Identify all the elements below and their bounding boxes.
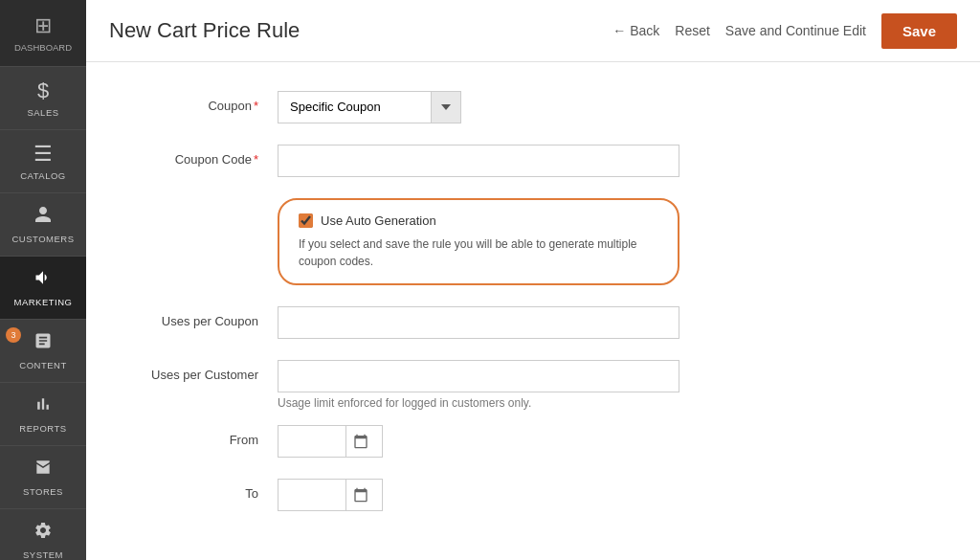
auto-generation-field: Use Auto Generation If you select and sa… (278, 198, 942, 285)
from-calendar-icon[interactable] (345, 426, 375, 457)
sidebar-label-stores: STORES (23, 486, 63, 497)
sidebar-label-catalog: CATALOG (20, 170, 66, 181)
to-calendar-icon[interactable] (345, 480, 375, 510)
sidebar-item-sales[interactable]: $ SALES (0, 67, 86, 130)
to-date-input[interactable] (278, 484, 345, 506)
reports-icon (33, 394, 53, 419)
coupon-select-value[interactable]: Specific Coupon (278, 91, 431, 123)
sidebar-item-customers[interactable]: CUSTOMERS (0, 193, 86, 257)
sidebar: ⊞ DASHBOARD $ SALES ☰ CATALOG CUSTOMERS … (0, 0, 86, 560)
sidebar-label-dashboard: DASHBOARD (14, 42, 72, 53)
coupon-required: * (254, 99, 258, 113)
sidebar-label-sales: SALES (27, 107, 58, 118)
sidebar-label-system: SYSTEM (23, 549, 63, 560)
uses-per-customer-input[interactable] (278, 360, 679, 392)
coupon-label: Coupon* (124, 91, 278, 113)
to-field (278, 479, 942, 511)
coupon-dropdown-button[interactable] (431, 91, 461, 123)
coupon-code-field (278, 145, 942, 177)
header-actions: ← Back Reset Save and Continue Edit Save (612, 13, 957, 49)
to-label: To (124, 479, 278, 501)
sidebar-item-stores[interactable]: STORES (0, 446, 86, 509)
uses-per-coupon-row: Uses per Coupon (124, 306, 942, 339)
system-icon (33, 521, 53, 546)
from-label: From (124, 425, 278, 447)
from-row: From (124, 425, 942, 458)
sidebar-label-reports: REPORTS (19, 423, 66, 434)
to-date-input-wrap (278, 479, 383, 511)
sales-icon: $ (37, 78, 49, 103)
sidebar-item-dashboard[interactable]: ⊞ DASHBOARD (0, 0, 86, 67)
auto-gen-checkbox-label: Use Auto Generation (321, 213, 436, 228)
customers-icon (33, 205, 53, 230)
sidebar-label-content: CONTENT (19, 360, 66, 370)
page-header: New Cart Price Rule ← Back Reset Save an… (86, 0, 980, 62)
uses-per-coupon-label: Uses per Coupon (124, 306, 278, 328)
coupon-code-row: Coupon Code* (124, 145, 942, 177)
page-title: New Cart Price Rule (109, 18, 597, 43)
coupon-code-label: Coupon Code* (124, 145, 278, 167)
auto-gen-description: If you select and save the rule you will… (299, 235, 658, 270)
stores-icon (33, 458, 53, 482)
sidebar-item-marketing[interactable]: MARKETING (0, 257, 86, 320)
save-continue-button[interactable]: Save and Continue Edit (725, 23, 866, 38)
sidebar-item-reports[interactable]: REPORTS (0, 383, 86, 446)
auto-gen-checkbox[interactable] (299, 213, 313, 228)
save-button[interactable]: Save (881, 13, 957, 49)
sidebar-label-customers: CUSTOMERS (11, 234, 74, 244)
uses-per-customer-row: Uses per Customer Usage limit enforced f… (124, 360, 942, 410)
catalog-icon: ☰ (33, 142, 53, 167)
uses-per-coupon-input[interactable] (278, 306, 679, 339)
auto-gen-check-row: Use Auto Generation (299, 213, 658, 228)
auto-gen-label-spacer (124, 198, 278, 206)
from-field (278, 425, 942, 458)
auto-generation-row: Use Auto Generation If you select and sa… (124, 198, 942, 285)
from-date-input[interactable] (278, 431, 345, 453)
usage-limit-note: Usage limit enforced for logged in custo… (278, 396, 942, 410)
coupon-code-required: * (254, 152, 258, 167)
coupon-row: Coupon* Specific Coupon (124, 91, 942, 123)
coupon-select-wrap: Specific Coupon (278, 91, 942, 123)
dashboard-icon: ⊞ (34, 13, 52, 38)
uses-per-customer-label: Uses per Customer (124, 360, 278, 382)
coupon-code-input[interactable] (278, 145, 679, 177)
to-row: To (124, 479, 942, 511)
uses-per-coupon-field (278, 306, 942, 339)
form-area: Coupon* Specific Coupon Coupon Code* (86, 62, 980, 560)
reset-button[interactable]: Reset (675, 23, 710, 38)
content-badge: 3 (6, 327, 21, 343)
sidebar-item-content[interactable]: 3 CONTENT (0, 320, 86, 383)
main-content: New Cart Price Rule ← Back Reset Save an… (86, 0, 980, 560)
uses-per-customer-field: Usage limit enforced for logged in custo… (278, 360, 942, 410)
sidebar-item-system[interactable]: SYSTEM (0, 509, 86, 560)
sidebar-label-marketing: MARKETING (14, 297, 73, 307)
from-date-input-wrap (278, 425, 383, 458)
back-button[interactable]: ← Back (612, 23, 659, 38)
marketing-icon (33, 268, 53, 293)
chevron-down-icon (441, 104, 451, 110)
content-icon (33, 331, 53, 356)
coupon-field: Specific Coupon (278, 91, 942, 123)
auto-generation-box: Use Auto Generation If you select and sa… (278, 198, 679, 285)
sidebar-item-catalog[interactable]: ☰ CATALOG (0, 130, 86, 193)
